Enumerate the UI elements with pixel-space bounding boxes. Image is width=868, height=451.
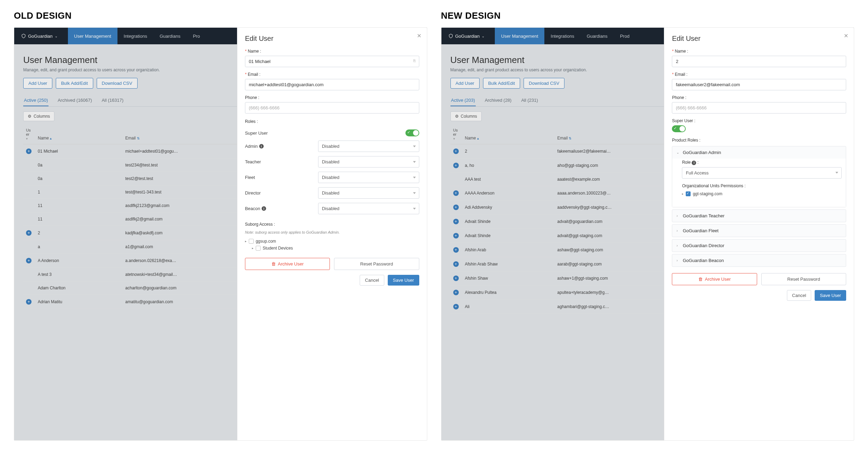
accordion-header[interactable]: ›GoGuardian Beacon: [672, 254, 846, 267]
bulk-add-edit-button[interactable]: Bulk Add/Edit: [56, 78, 93, 89]
expand-icon[interactable]: +: [453, 205, 459, 210]
accordion-header[interactable]: ›GoGuardian Teacher: [672, 210, 846, 222]
expand-icon[interactable]: +: [453, 219, 459, 224]
close-icon[interactable]: ✕: [417, 33, 421, 39]
expand-icon[interactable]: +: [26, 230, 32, 236]
suborg-tree-item[interactable]: ▸Student Devices: [245, 245, 419, 252]
cell-name: Adrian Matitu: [35, 295, 123, 309]
phone-label: Phone :: [672, 95, 846, 100]
expand-icon[interactable]: +: [453, 233, 459, 238]
nav-integrations[interactable]: Integrations: [544, 28, 580, 44]
archive-user-button[interactable]: 🗑 Archive User: [245, 258, 330, 270]
tab-active[interactable]: Active (203): [450, 95, 476, 106]
archive-user-button[interactable]: 🗑 Archive User: [672, 273, 757, 285]
cell-name: AAA test: [462, 173, 555, 186]
tab-archived[interactable]: Archived (28): [484, 95, 512, 106]
save-user-button[interactable]: Save User: [388, 275, 419, 286]
role-select[interactable]: Disabled: [318, 187, 419, 199]
cancel-button[interactable]: Cancel: [360, 275, 384, 286]
role-select[interactable]: Disabled: [318, 172, 419, 183]
nav-integrations[interactable]: Integrations: [117, 28, 154, 44]
accordion-item: ›GoGuardian Beacon: [672, 254, 846, 267]
role-select[interactable]: Disabled: [318, 203, 419, 214]
phone-field[interactable]: [245, 102, 419, 114]
tab-archived[interactable]: Archived (16067): [57, 95, 93, 106]
email-field[interactable]: [672, 79, 846, 90]
expand-icon[interactable]: +: [26, 258, 32, 263]
columns-button[interactable]: ⚙Columns: [450, 111, 482, 121]
nav-guardians[interactable]: Guardians: [154, 28, 187, 44]
nav-guardians[interactable]: Guardians: [580, 28, 614, 44]
columns-button[interactable]: ⚙Columns: [23, 111, 54, 121]
accordion-header[interactable]: ›GoGuardian Director: [672, 240, 846, 252]
tab-all[interactable]: All (16317): [101, 95, 124, 106]
expand-icon[interactable]: +: [453, 148, 459, 154]
nav-user-management[interactable]: User Management: [68, 28, 117, 44]
expand-icon[interactable]: +: [453, 276, 459, 281]
brand-label: GoGuardian: [455, 34, 480, 39]
info-icon[interactable]: i: [692, 161, 696, 165]
accordion-header[interactable]: ›GoGuardian Fleet: [672, 225, 846, 237]
reset-password-button[interactable]: Reset Password: [761, 273, 846, 285]
role-select[interactable]: Full Access: [682, 167, 842, 179]
suborg-checkbox[interactable]: [256, 246, 261, 251]
chevron-right-icon: ›: [676, 214, 680, 218]
nav-user-management[interactable]: User Management: [495, 28, 544, 44]
add-user-button[interactable]: Add User: [450, 78, 480, 89]
close-icon[interactable]: ✕: [844, 33, 848, 39]
th-user[interactable]: Us er▾: [23, 125, 35, 144]
email-field[interactable]: [245, 79, 419, 90]
suborg-tree-item[interactable]: ▸ggsup.com: [245, 238, 419, 245]
reset-password-button[interactable]: Reset Password: [334, 258, 419, 270]
chevron-right-icon: ›: [676, 244, 680, 247]
cell-name: Afshin Arab: [462, 243, 555, 257]
role-select[interactable]: Disabled: [318, 156, 419, 168]
filter-icon[interactable]: ▾: [453, 137, 455, 141]
super-user-toggle[interactable]: ✓: [672, 125, 686, 132]
role-name: Fleet: [245, 175, 255, 180]
ou-checkbox[interactable]: [686, 191, 691, 196]
filter-icon[interactable]: ▾: [26, 137, 28, 141]
th-user[interactable]: Us er▾: [450, 125, 462, 144]
info-icon[interactable]: i: [259, 144, 264, 148]
edit-user-panel: ✕ Edit User Name : ⎘ Email : Phone :: [237, 28, 427, 440]
role-select[interactable]: Disabled: [318, 141, 419, 152]
bulk-add-edit-button[interactable]: Bulk Add/Edit: [483, 78, 520, 89]
suborg-item-label: ggsup.com: [256, 239, 276, 244]
nav-pro[interactable]: Pro: [187, 28, 206, 44]
th-name[interactable]: Name▴: [462, 125, 555, 144]
cancel-button[interactable]: Cancel: [787, 290, 811, 301]
download-csv-button[interactable]: Download CSV: [97, 78, 138, 89]
suborg-checkbox[interactable]: [249, 239, 254, 244]
expand-icon[interactable]: +: [453, 261, 459, 267]
expand-icon[interactable]: +: [453, 247, 459, 253]
trash-icon: 🗑: [271, 261, 276, 267]
ou-tree-item[interactable]: ▸ ggt-staging.com: [682, 190, 842, 197]
nav-pro[interactable]: Prod: [614, 28, 635, 44]
download-csv-button[interactable]: Download CSV: [524, 78, 564, 89]
phone-field[interactable]: [672, 102, 846, 114]
expand-icon[interactable]: +: [453, 163, 459, 168]
expand-icon[interactable]: +: [453, 304, 459, 309]
expand-icon[interactable]: +: [453, 190, 459, 196]
save-user-button[interactable]: Save User: [815, 290, 846, 301]
caret-icon: ▸: [682, 192, 684, 196]
brand[interactable]: GoGuardian ⌄: [21, 34, 58, 39]
super-user-toggle[interactable]: ✓: [405, 129, 419, 136]
add-user-button[interactable]: Add User: [23, 78, 52, 89]
brand[interactable]: GoGuardian ⌄: [448, 34, 485, 39]
name-field[interactable]: [245, 56, 419, 67]
th-name[interactable]: Name▴: [35, 125, 123, 144]
name-field[interactable]: [672, 56, 846, 67]
tab-active[interactable]: Active (250): [23, 95, 49, 106]
info-icon[interactable]: i: [262, 206, 266, 211]
new-app: GoGuardian ⌄ User Management Integration…: [441, 27, 854, 441]
shield-icon: [448, 34, 453, 38]
expand-icon[interactable]: +: [26, 148, 32, 154]
roles-section-label: Roles :: [245, 119, 419, 124]
expand-icon[interactable]: +: [453, 290, 459, 295]
cell-name: a: [35, 240, 123, 254]
expand-icon[interactable]: +: [26, 299, 32, 305]
tab-all[interactable]: All (231): [520, 95, 538, 106]
accordion-header[interactable]: ⌄ GoGuardian Admin: [672, 146, 846, 159]
